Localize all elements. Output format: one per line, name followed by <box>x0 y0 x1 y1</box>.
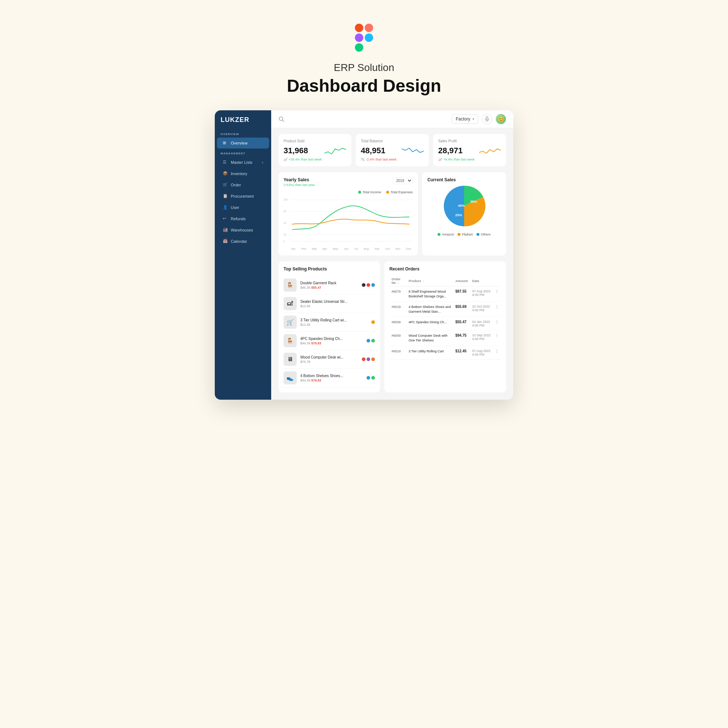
sidebar-item-inventory[interactable]: 📦 Inventory <box>217 168 269 179</box>
sidebar-item-user[interactable]: 👤 User <box>217 202 269 213</box>
orders-table: Order No ↕ Product ↕ Amount Date #6079 8… <box>390 276 501 359</box>
legend-amazon: Amazon <box>437 232 454 236</box>
sidebar-section-management-label: MANAGEMENT <box>215 149 271 156</box>
order-amount-4: $12.45 <box>455 349 466 353</box>
sidebar-item-master-lists[interactable]: ☰ Master Lists › <box>217 157 269 168</box>
line-chart-svg: 100 80 40 20 0 <box>284 197 413 244</box>
svg-text:40: 40 <box>284 222 286 224</box>
yearly-sales-title: Yearly Sales <box>284 177 315 182</box>
avatar[interactable]: 😊 <box>496 114 506 124</box>
product-thumb-5: 👟 <box>284 371 297 384</box>
product-name-0: Double Garment Rack <box>300 281 358 285</box>
svg-rect-7 <box>486 117 488 120</box>
svg-text:20: 20 <box>284 233 286 236</box>
col-amount: Amount <box>453 276 470 286</box>
stat-value-product-sold: 31,968 <box>284 146 308 155</box>
stat-card-total-balance: Total Balance 48,951 📉 -2.4% than last w… <box>356 134 428 166</box>
sidebar-item-overview-label: Overview <box>231 141 248 145</box>
pie-legend: Amazon Flipkart Others <box>437 232 491 236</box>
product-thumb-4: 🖥 <box>284 353 297 366</box>
legend-flipkart: Flipkart <box>457 232 473 236</box>
svg-point-4 <box>365 34 373 42</box>
product-info-3: 4PC Spandex Dining Ch... $44.39 $78.83 <box>300 337 363 345</box>
sidebar-item-calendar[interactable]: 📅 Calendar <box>217 236 269 247</box>
factory-label: Factory <box>456 116 470 122</box>
hero-subtitle: ERP Solution <box>334 62 394 73</box>
stat-change-total-balance: 📉 -2.4% than last week <box>361 158 423 161</box>
avatar-emoji: 😊 <box>498 116 504 122</box>
order-date-2: 04 Jan 20224:00 PM <box>472 320 491 327</box>
sidebar-item-refunds-label: Refunds <box>231 217 246 221</box>
sidebar-item-warehouses[interactable]: 🏭 Warehouses <box>217 225 269 236</box>
warehouses-icon: 🏭 <box>223 228 228 232</box>
col-date: Date <box>470 276 493 286</box>
factory-dropdown[interactable]: Factory ▾ <box>452 114 478 124</box>
recent-orders-title: Recent Orders <box>390 266 501 272</box>
product-item-1: 🛋 Seater Elastic Universal Str... $12.45 <box>284 294 375 313</box>
master-lists-icon: ☰ <box>223 160 228 165</box>
yearly-sales-subtitle: (+43%) than last year <box>284 183 315 187</box>
current-sales-chart: Current Sales 45% 35% 25% <box>422 172 506 255</box>
sidebar-item-overview[interactable]: ⊞ Overview <box>217 138 269 148</box>
hero-section: ERP Solution Dashboard Design <box>287 22 441 96</box>
top-products-title: Top Selling Products <box>284 266 375 272</box>
mic-button[interactable] <box>482 114 492 124</box>
order-product-0: 8 Shelf Engineered Wood Bookshelf Storag… <box>408 289 451 298</box>
svg-rect-0 <box>355 24 363 32</box>
order-date-1: 22 Oct 20224:00 PM <box>472 305 491 312</box>
order-no-4: #6019 <box>392 349 401 353</box>
sparkline-total-balance <box>402 145 424 156</box>
svg-text:0: 0 <box>284 240 285 243</box>
order-icon: 🛒 <box>223 182 228 187</box>
order-menu-4[interactable]: ⋮ <box>493 346 501 359</box>
dashboard-container: LUKZER OVERVIEW ⊞ Overview MANAGEMENT ☰ … <box>215 110 513 400</box>
product-name-4: Wood Computer Desk wi... <box>300 355 358 359</box>
year-selector[interactable]: 2019 2020 2021 <box>392 177 413 184</box>
inventory-icon: 📦 <box>223 171 228 176</box>
order-date-4: 07 Aug 20224:00 PM <box>472 349 491 356</box>
sparkline-sales-profit <box>479 145 501 156</box>
product-colors-0 <box>362 283 375 287</box>
stat-label-sales-profit: Sales Profit <box>438 139 501 143</box>
order-menu-3[interactable]: ⋮ <box>493 330 501 346</box>
col-actions <box>493 276 501 286</box>
order-no-2: #6039 <box>392 320 401 324</box>
svg-rect-2 <box>355 34 363 42</box>
order-product-2: 4PC Spandex Dining Ch... <box>408 320 451 325</box>
order-menu-1[interactable]: ⋮ <box>493 302 501 317</box>
sidebar-logo: LUKZER <box>215 116 271 130</box>
chart-legend: Total Income Total Expenses <box>284 190 413 194</box>
product-item-0: 🪑 Double Garment Rack $45.35 $55.47 <box>284 276 375 294</box>
order-date-3: 10 Sep 20224:00 PM <box>472 333 491 341</box>
sidebar-item-refunds[interactable]: ↩ Refunds <box>217 213 269 224</box>
product-price-2: $12.45 <box>300 323 368 327</box>
sidebar-item-user-label: User <box>231 205 239 210</box>
table-row: #6019 4 Bottom Shelves Shoes and Garment… <box>390 302 501 317</box>
product-info-4: Wood Computer Desk wi... $75.78 <box>300 355 358 364</box>
product-price-0: $45.35 $55.47 <box>300 286 358 289</box>
legend-others: Others <box>476 232 491 236</box>
yearly-sales-chart: Yearly Sales (+43%) than last year 2019 … <box>278 172 418 255</box>
svg-text:35%: 35% <box>470 200 477 203</box>
sidebar-item-order-label: Order <box>231 183 241 187</box>
table-row: #6059 Wood Computer Desk with One Tier S… <box>390 330 501 346</box>
x-axis: Jan Feb Mar Apr May Jun Jul Aug Sep Oct … <box>284 247 413 251</box>
search-icon[interactable] <box>278 116 284 122</box>
sparkline-product-sold <box>324 145 346 156</box>
order-menu-0[interactable]: ⋮ <box>493 286 501 302</box>
col-product: Product ↕ <box>406 276 453 286</box>
svg-text:80: 80 <box>284 210 286 213</box>
top-selling-products-card: Top Selling Products 🪑 Double Garment Ra… <box>278 262 380 392</box>
svg-text:25%: 25% <box>455 213 462 217</box>
overview-icon: ⊞ <box>223 141 228 145</box>
product-price-5: $44.39 $78.83 <box>300 379 363 382</box>
order-product-4: 3 Tier Utility Rolling Cart <box>408 349 451 354</box>
product-thumb-3: 🪑 <box>284 334 297 347</box>
stats-row: Product Sold 31,968 📈 +39.4% than last w… <box>271 128 513 172</box>
sidebar-item-order[interactable]: 🛒 Order <box>217 179 269 190</box>
order-date-0: 07 Aug 20224:00 PM <box>472 289 491 297</box>
stat-card-product-sold: Product Sold 31,968 📈 +39.4% than last w… <box>278 134 351 166</box>
order-menu-2[interactable]: ⋮ <box>493 317 501 330</box>
svg-rect-3 <box>355 43 363 52</box>
sidebar-item-procurement[interactable]: 📋 Procurement <box>217 191 269 202</box>
